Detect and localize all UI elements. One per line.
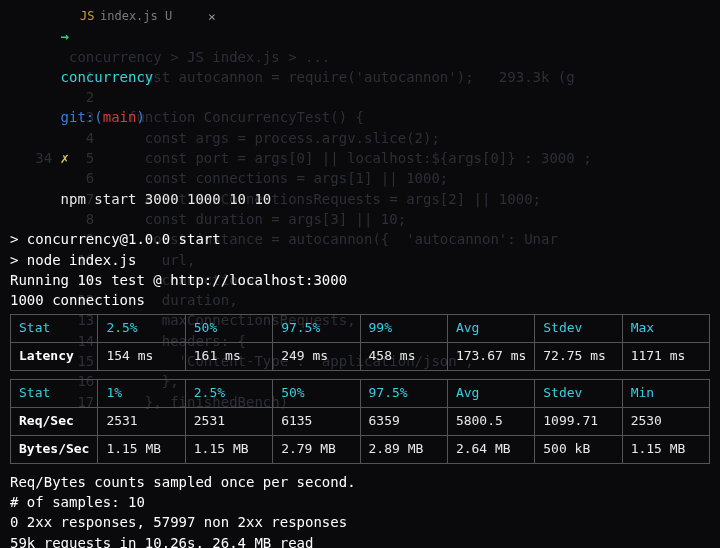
cell: 1.15 MB: [185, 435, 272, 463]
output-line: > node index.js: [10, 250, 710, 270]
col-header: Max: [622, 315, 709, 343]
cell: 2531: [185, 407, 272, 435]
throughput-table: Stat 1% 2.5% 50% 97.5% Avg Stdev Min Req…: [10, 379, 710, 464]
prompt-git-label: git:(: [61, 109, 103, 125]
terminal-window: concurrency > JS index.js > ... 1 const …: [0, 0, 720, 548]
footer-line: 0 2xx responses, 57997 non 2xx responses: [10, 512, 710, 532]
shell-prompt[interactable]: → concurrency git:(main) ✗ npm start 300…: [10, 6, 710, 229]
col-header: 2.5%: [185, 380, 272, 408]
cell: 1.15 MB: [98, 435, 185, 463]
table-row: Latency 154 ms 161 ms 249 ms 458 ms 173.…: [11, 343, 710, 371]
col-header: Min: [622, 380, 709, 408]
col-header: Stat: [11, 315, 98, 343]
cell: 1.15 MB: [622, 435, 709, 463]
row-label: Req/Sec: [11, 407, 98, 435]
table-row: Bytes/Sec 1.15 MB 1.15 MB 2.79 MB 2.89 M…: [11, 435, 710, 463]
col-header: 1%: [98, 380, 185, 408]
prompt-project: concurrency: [61, 69, 154, 85]
prompt-git-close: ): [136, 109, 144, 125]
prompt-branch: main: [103, 109, 137, 125]
footer-line: # of samples: 10: [10, 492, 710, 512]
cell: 500 kB: [535, 435, 622, 463]
footer-line: 59k requests in 10.26s, 26.4 MB read: [10, 533, 710, 548]
col-header: 99%: [360, 315, 447, 343]
output-line: 1000 connections: [10, 290, 710, 310]
cell: 1171 ms: [622, 343, 709, 371]
cell: 2531: [98, 407, 185, 435]
cell: 161 ms: [185, 343, 272, 371]
output-line: Running 10s test @ http://localhost:3000: [10, 270, 710, 290]
col-header: Stdev: [535, 380, 622, 408]
cell: 2530: [622, 407, 709, 435]
cell: 2.89 MB: [360, 435, 447, 463]
cell: 6135: [273, 407, 360, 435]
col-header: 97.5%: [273, 315, 360, 343]
col-header: Avg: [447, 380, 534, 408]
output-line: > concurrency@1.0.0 start: [10, 229, 710, 249]
cell: 154 ms: [98, 343, 185, 371]
col-header: 97.5%: [360, 380, 447, 408]
cell: 2.79 MB: [273, 435, 360, 463]
dirty-icon: ✗: [61, 150, 69, 166]
table-row: Req/Sec 2531 2531 6135 6359 5800.5 1099.…: [11, 407, 710, 435]
prompt-arrow-icon: →: [61, 28, 69, 44]
col-header: Avg: [447, 315, 534, 343]
cell: 6359: [360, 407, 447, 435]
command-text: npm start 3000 1000 10 10: [61, 191, 272, 207]
latency-table: Stat 2.5% 50% 97.5% 99% Avg Stdev Max La…: [10, 314, 710, 371]
col-header: 50%: [273, 380, 360, 408]
cell: 5800.5: [447, 407, 534, 435]
cell: 458 ms: [360, 343, 447, 371]
col-header: Stat: [11, 380, 98, 408]
cell: 2.64 MB: [447, 435, 534, 463]
footer-line: Req/Bytes counts sampled once per second…: [10, 472, 710, 492]
cell: 72.75 ms: [535, 343, 622, 371]
row-label: Bytes/Sec: [11, 435, 98, 463]
row-label: Latency: [11, 343, 98, 371]
col-header: 50%: [185, 315, 272, 343]
col-header: 2.5%: [98, 315, 185, 343]
cell: 249 ms: [273, 343, 360, 371]
cell: 173.67 ms: [447, 343, 534, 371]
cell: 1099.71: [535, 407, 622, 435]
col-header: Stdev: [535, 315, 622, 343]
